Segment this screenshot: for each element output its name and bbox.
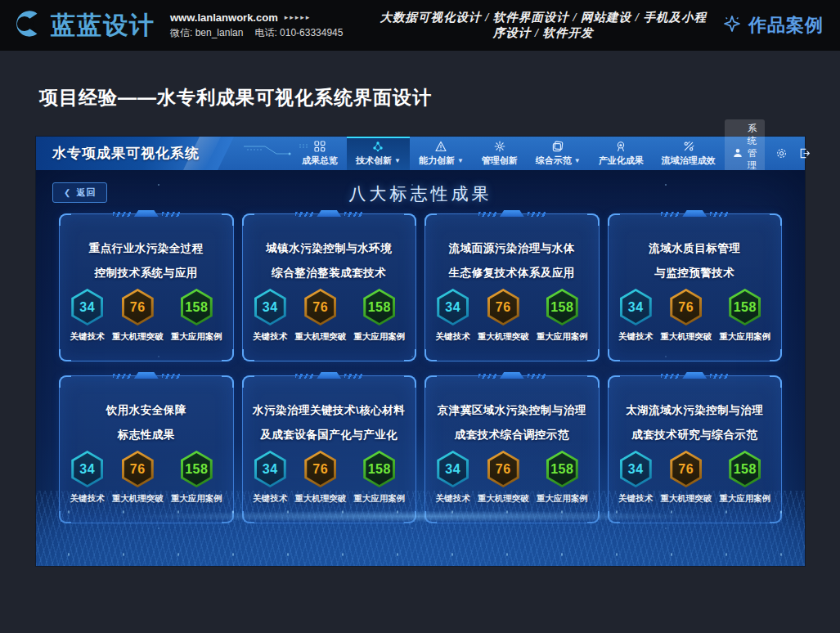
section-title: 八大标志性成果 <box>36 170 805 205</box>
card-title: 重点行业水污染全过程控制技术系统与应用 <box>60 236 233 286</box>
layers-icon <box>552 141 564 152</box>
wechat-label: 微信: ben_lanlan <box>170 26 243 40</box>
card-stats: 34关键技术 76重大机理突破 158重大应用案例 <box>243 451 416 505</box>
stat-key-tech: 34关键技术 <box>70 451 105 505</box>
nav-item-comprehensive-demo[interactable]: 综合示范▼ <box>527 137 590 170</box>
chevron-left-icon: ❮ <box>64 188 70 197</box>
settings-gear-icon[interactable] <box>775 147 788 159</box>
achievement-card[interactable]: 城镇水污染控制与水环境综合整治整装成套技术 34关键技术 76重大机理突破 15… <box>242 213 417 361</box>
nav-item-industrialization[interactable]: 产业化成果 <box>590 137 653 170</box>
contact-block: www.lanlanwork.com ▸▸▸▸▸ 微信: ben_lanlan … <box>170 11 343 40</box>
site-url[interactable]: www.lanlanwork.com <box>170 11 278 24</box>
hexagon-badge: 158 <box>729 289 761 325</box>
hexagon-badge: 34 <box>254 289 286 325</box>
stat-breakthrough: 76重大机理突破 <box>294 451 346 505</box>
back-button[interactable]: ❮ 返回 <box>52 182 107 203</box>
card-title: 饮用水安全保障标志性成果 <box>60 398 233 448</box>
hexagon-badge: 34 <box>254 451 286 487</box>
hexagon-badge: 158 <box>363 451 395 487</box>
achievement-card[interactable]: 流域面源污染治理与水体生态修复技术体系及应用 34关键技术 76重大机理突破 1… <box>424 213 600 361</box>
hexagon-badge: 158 <box>181 289 213 325</box>
board: ❮ 返回 八大标志性成果 重点行业水污染全过程控制技术系统与应用 34关键技术 … <box>36 170 805 566</box>
card-top-decoration <box>295 210 362 217</box>
stat-application: 158重大应用案例 <box>537 289 588 343</box>
card-stats: 34关键技术 76重大机理突破 158重大应用案例 <box>243 289 416 343</box>
triangle-alert-icon <box>435 141 447 152</box>
hexagon-badge: 34 <box>71 289 103 325</box>
medal-icon <box>615 141 627 152</box>
nav-label: 成果总览 <box>302 155 338 167</box>
dashboard: 水专项成果可视化系统 成果总览 <box>36 137 805 566</box>
stat-key-tech: 34关键技术 <box>253 451 287 505</box>
url-arrows-icon: ▸▸▸▸▸ <box>285 13 312 21</box>
dropdown-arrow-icon: ▼ <box>394 157 401 164</box>
hexagon-badge: 158 <box>363 289 395 325</box>
card-title: 京津冀区域水污染控制与治理成套技术综合调控示范 <box>425 398 599 448</box>
nav-label: 产业化成果 <box>599 155 644 167</box>
hexagon-badge: 76 <box>670 451 702 487</box>
stat-breakthrough: 76重大机理突破 <box>660 451 712 505</box>
hexagon-badge: 34 <box>620 289 652 325</box>
stat-application: 158重大应用案例 <box>537 451 588 505</box>
achievement-card[interactable]: 饮用水安全保障标志性成果 34关键技术 76重大机理突破 158重大应用案例 <box>59 375 234 523</box>
stat-breakthrough: 76重大机理突破 <box>112 451 164 505</box>
hexagon-badge: 76 <box>304 289 336 325</box>
hexagon-badge: 76 <box>122 289 154 325</box>
nav-item-management-innovation[interactable]: 管理创新 <box>473 137 527 170</box>
stat-key-tech: 34关键技术 <box>618 451 653 505</box>
back-label: 返回 <box>76 186 96 199</box>
nav-item-basin-governance[interactable]: 流域治理成效 <box>653 137 725 170</box>
nav-label: 管理创新 <box>482 155 518 167</box>
user-icon <box>733 146 743 161</box>
card-top-decoration <box>478 210 546 217</box>
dashboard-nav: 水专项成果可视化系统 成果总览 <box>36 137 805 170</box>
site-header: 蓝蓝设计 www.lanlanwork.com ▸▸▸▸▸ 微信: ben_la… <box>0 0 840 51</box>
card-title: 流域水质目标管理与监控预警技术 <box>609 236 782 286</box>
phone-label: 电话: 010-63334945 <box>254 26 343 40</box>
stat-key-tech: 34关键技术 <box>436 289 470 343</box>
hexagon-badge: 76 <box>487 289 519 325</box>
nav-item-capability-innovation[interactable]: 能力创新▼ <box>410 137 473 170</box>
sparkle-star-icon <box>722 14 742 37</box>
stat-application: 158重大应用案例 <box>353 289 405 343</box>
stat-breakthrough: 76重大机理突破 <box>478 451 529 505</box>
stat-breakthrough: 76重大机理突破 <box>294 289 346 343</box>
nav-items: 成果总览 技术创新▼ 能力创新▼ <box>293 137 725 170</box>
card-top-decoration <box>295 372 362 379</box>
waves-percent-icon <box>683 141 694 152</box>
nav-item-tech-innovation[interactable]: 技术创新▼ <box>347 137 410 170</box>
dropdown-arrow-icon: ▼ <box>457 157 464 164</box>
stat-application: 158重大应用案例 <box>171 451 222 505</box>
achievement-card[interactable]: 水污染治理关键技术\核心材料及成套设备国产化与产业化 34关键技术 76重大机理… <box>242 375 417 523</box>
nav-right: 系统管理员 <box>725 137 824 170</box>
stat-key-tech: 34关键技术 <box>70 289 105 343</box>
card-stats: 34关键技术 76重大机理突破 158重大应用案例 <box>425 451 599 505</box>
logout-icon[interactable] <box>798 147 811 159</box>
card-title: 城镇水污染控制与水环境综合整治整装成套技术 <box>243 236 416 286</box>
stat-breakthrough: 76重大机理突破 <box>112 289 164 343</box>
portfolio-link[interactable]: 作品案例 <box>722 13 824 38</box>
achievement-card[interactable]: 太湖流域水污染控制与治理成套技术研究与综合示范 34关键技术 76重大机理突破 … <box>608 375 783 523</box>
stat-breakthrough: 76重大机理突破 <box>660 289 712 343</box>
lanlan-logo-icon <box>13 8 44 43</box>
network-icon <box>372 141 384 152</box>
card-stats: 34关键技术 76重大机理突破 158重大应用案例 <box>60 451 233 505</box>
card-stats: 34关键技术 76重大机理突破 158重大应用案例 <box>609 451 782 505</box>
dropdown-arrow-icon: ▼ <box>574 157 581 164</box>
portfolio-label: 作品案例 <box>748 13 824 38</box>
stat-application: 158重大应用案例 <box>353 451 405 505</box>
hexagon-badge: 76 <box>670 289 702 325</box>
nav-label: 技术创新 <box>356 155 392 167</box>
stat-key-tech: 34关键技术 <box>253 289 287 343</box>
hexagon-badge: 34 <box>437 451 469 487</box>
system-title-banner: 水专项成果可视化系统 <box>36 137 234 170</box>
achievement-card[interactable]: 流域水质目标管理与监控预警技术 34关键技术 76重大机理突破 158重大应用案… <box>608 213 783 361</box>
stat-key-tech: 34关键技术 <box>436 451 470 505</box>
achievement-card[interactable]: 重点行业水污染全过程控制技术系统与应用 34关键技术 76重大机理突破 158重… <box>59 213 234 361</box>
achievement-card[interactable]: 京津冀区域水污染控制与治理成套技术综合调控示范 34关键技术 76重大机理突破 … <box>424 375 600 523</box>
nav-label: 流域治理成效 <box>662 155 716 167</box>
nav-item-overview[interactable]: 成果总览 <box>293 137 347 170</box>
hexagon-badge: 76 <box>487 451 519 487</box>
card-top-decoration <box>661 210 728 217</box>
site-logo[interactable]: 蓝蓝设计 <box>13 8 155 43</box>
